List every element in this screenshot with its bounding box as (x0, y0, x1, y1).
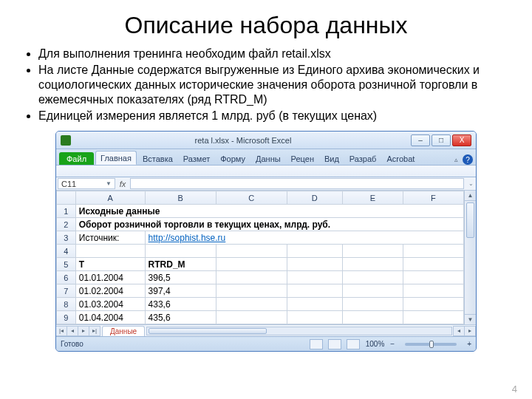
sheet-nav-first[interactable]: |◂ (55, 326, 67, 336)
zoom-out-icon[interactable]: − (390, 340, 395, 348)
cell-link[interactable]: http://sophist.hse.ru (145, 231, 463, 245)
cell[interactable]: 01.03.2004 (75, 298, 145, 311)
sheet-nav-last[interactable]: ▸| (89, 326, 100, 336)
cell[interactable] (216, 258, 287, 271)
zoom-in-icon[interactable]: + (467, 340, 471, 348)
cell[interactable] (287, 284, 342, 298)
cell[interactable] (216, 311, 287, 324)
minimize-button[interactable]: – (411, 134, 430, 146)
cell[interactable]: 01.02.2004 (75, 284, 145, 298)
cell[interactable] (403, 284, 463, 298)
row-header[interactable]: 3 (57, 231, 76, 245)
sheet-nav-next[interactable]: ▸ (78, 326, 89, 336)
ribbon-minimize-icon[interactable]: ▵ (454, 156, 458, 163)
view-pagebreak-button[interactable] (347, 339, 360, 349)
col-header[interactable]: A (75, 191, 145, 205)
titlebar[interactable]: reta l.xlsx - Microsoft Excel – □ X (56, 132, 476, 149)
sheet-nav-prev[interactable]: ◂ (66, 326, 78, 336)
cell[interactable] (342, 258, 403, 271)
col-header[interactable]: D (287, 191, 342, 205)
ribbon-tab-developer[interactable]: Разраб (345, 152, 381, 165)
ribbon-tab-review[interactable]: Рецен (287, 152, 318, 165)
cell[interactable]: Исходные данные (75, 205, 463, 218)
cell[interactable] (216, 298, 287, 311)
cell[interactable]: 01.04.2004 (75, 311, 145, 324)
cell[interactable]: 396,5 (145, 271, 216, 284)
sheet-tab[interactable]: Данные (102, 326, 145, 336)
cell[interactable]: 433,6 (145, 298, 216, 311)
formula-bar-expand-icon[interactable]: ⌄ (466, 177, 476, 190)
namebox-value: C11 (61, 180, 76, 188)
col-header[interactable]: E (342, 191, 403, 205)
spreadsheet-grid[interactable]: A B C D E F 1Исходные данные2Оборот розн… (56, 191, 464, 324)
fx-label[interactable]: fx (115, 177, 130, 190)
col-header[interactable]: C (216, 191, 287, 205)
zoom-slider-thumb[interactable] (429, 341, 434, 348)
cell[interactable]: Источник: (75, 231, 145, 245)
ribbon-tab-home[interactable]: Главная (95, 151, 137, 165)
namebox[interactable]: C11 ▼ (58, 178, 115, 189)
cell[interactable] (216, 284, 287, 298)
cell[interactable] (145, 245, 216, 258)
cell[interactable] (342, 284, 403, 298)
cell[interactable] (216, 245, 287, 258)
cell[interactable] (403, 258, 463, 271)
col-header[interactable]: B (145, 191, 216, 205)
cell[interactable]: 435,6 (145, 311, 216, 324)
maximize-button[interactable]: □ (432, 134, 451, 146)
file-tab[interactable]: Файл (59, 152, 94, 165)
zoom-slider[interactable] (405, 343, 457, 346)
scroll-thumb[interactable] (466, 202, 474, 238)
help-icon[interactable]: ? (463, 154, 473, 165)
ribbon-tab-data[interactable]: Данны (251, 152, 285, 165)
cell-header[interactable]: RTRD_M (145, 258, 216, 271)
cell-header[interactable]: T (75, 258, 145, 271)
cell[interactable] (403, 271, 463, 284)
ribbon-tab-layout[interactable]: Размет (179, 152, 214, 165)
cell[interactable] (342, 298, 403, 311)
row-header[interactable]: 1 (57, 205, 76, 218)
horizontal-scrollbar[interactable] (146, 327, 452, 335)
hscroll-thumb[interactable] (149, 328, 267, 334)
col-header[interactable]: F (403, 191, 463, 205)
cell[interactable] (287, 311, 342, 324)
cell[interactable] (287, 271, 342, 284)
row-header[interactable]: 5 (57, 258, 76, 271)
row-header[interactable]: 4 (57, 245, 76, 258)
cell[interactable] (216, 271, 287, 284)
hscroll-right-icon[interactable]: ▸ (464, 326, 476, 336)
hscroll-left-icon[interactable]: ◂ (453, 326, 465, 336)
cell[interactable] (403, 311, 463, 324)
scroll-up-icon[interactable]: ▲ (465, 191, 476, 201)
ribbon-tab-formulas[interactable]: Форму (216, 152, 250, 165)
cell[interactable] (342, 245, 403, 258)
view-normal-button[interactable] (310, 339, 323, 349)
cell[interactable] (403, 298, 463, 311)
cell[interactable] (287, 258, 342, 271)
cell[interactable] (403, 245, 463, 258)
ribbon-tab-view[interactable]: Вид (320, 152, 344, 165)
select-all-corner[interactable] (57, 191, 76, 205)
row-header[interactable]: 9 (57, 311, 76, 324)
view-pagelayout-button[interactable] (328, 339, 341, 349)
row-header[interactable]: 8 (57, 298, 76, 311)
cell[interactable]: Оборот розничной торговли в текущих цена… (75, 218, 463, 231)
cell[interactable]: 397,4 (145, 284, 216, 298)
cell[interactable] (342, 271, 403, 284)
scroll-down-icon[interactable]: ▼ (465, 314, 476, 324)
cell[interactable]: 01.01.2004 (75, 271, 145, 284)
ribbon-tab-acrobat[interactable]: Acrobat (382, 152, 419, 165)
namebox-dropdown-icon[interactable]: ▼ (106, 180, 112, 187)
cell[interactable] (75, 245, 145, 258)
ribbon-tab-insert[interactable]: Вставка (138, 152, 177, 165)
vertical-scrollbar[interactable]: ▲ ▼ (464, 191, 476, 324)
close-button[interactable]: X (452, 134, 471, 146)
cell[interactable] (342, 311, 403, 324)
row-header[interactable]: 6 (57, 271, 76, 284)
formula-bar[interactable] (130, 178, 464, 189)
formula-bar-row: C11 ▼ fx ⌄ (56, 177, 476, 191)
cell[interactable] (287, 298, 342, 311)
row-header[interactable]: 2 (57, 218, 76, 231)
cell[interactable] (287, 245, 342, 258)
row-header[interactable]: 7 (57, 284, 76, 298)
